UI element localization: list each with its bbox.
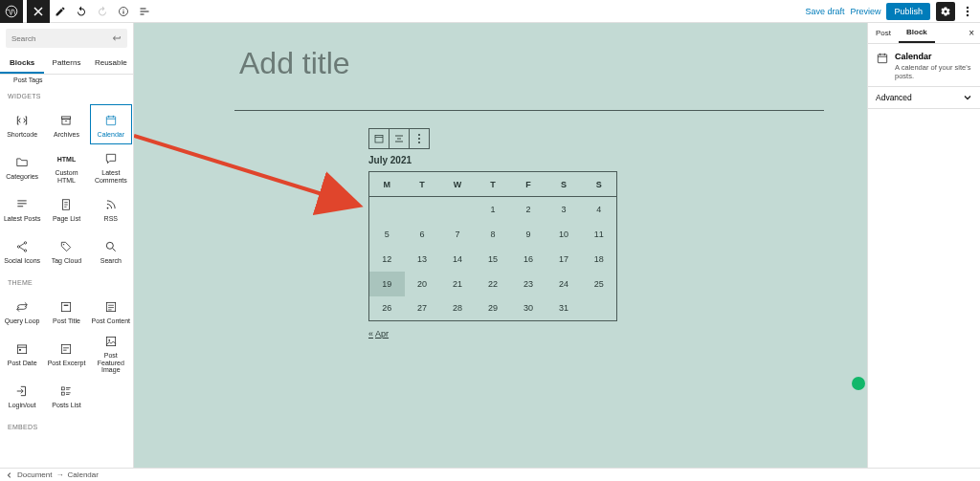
- post-title-placeholder[interactable]: Add title: [239, 46, 867, 81]
- block-toolbar: [368, 128, 430, 149]
- calendar-prev-link[interactable]: « Apr: [368, 329, 867, 339]
- redo-icon[interactable]: [92, 0, 113, 23]
- save-draft-link[interactable]: Save draft: [805, 7, 844, 16]
- category-theme-heading: THEME: [0, 272, 133, 290]
- calendar-day: 13: [405, 247, 440, 272]
- block-item-post-date[interactable]: Post Date: [0, 332, 44, 374]
- undo-icon[interactable]: [71, 0, 92, 23]
- calendar-day: 28: [440, 296, 476, 321]
- svg-rect-22: [106, 338, 115, 346]
- calendar-day: 31: [546, 296, 582, 321]
- svg-point-6: [967, 13, 969, 15]
- block-item-latest-comments[interactable]: Latest Comments: [89, 145, 133, 187]
- info-icon[interactable]: [113, 0, 134, 23]
- block-item-post-featured-image[interactable]: Post Featured Image: [89, 332, 133, 374]
- sidebar-tab-post[interactable]: Post: [868, 23, 899, 43]
- calendar-day: 16: [511, 247, 546, 272]
- settings-button[interactable]: [936, 2, 955, 21]
- featured-image-icon: [104, 334, 118, 350]
- svg-rect-25: [62, 392, 65, 395]
- query-loop-icon: [15, 298, 29, 316]
- calendar-day: 12: [369, 247, 405, 272]
- block-item-post-excerpt[interactable]: Post Excerpt: [44, 332, 88, 374]
- preview-link[interactable]: Preview: [850, 7, 880, 16]
- block-item-custom-html[interactable]: HTMLCustom HTML: [44, 145, 88, 187]
- calendar-dow: T: [476, 172, 511, 197]
- tab-blocks[interactable]: Blocks: [0, 54, 44, 74]
- category-widgets-heading: WIDGETS: [0, 85, 133, 103]
- svg-point-29: [418, 142, 420, 143]
- calendar-day: 21: [440, 272, 476, 296]
- search-enter-icon: [112, 33, 122, 43]
- svg-point-2: [123, 9, 124, 10]
- block-item-shortcode[interactable]: Shortcode: [0, 103, 44, 145]
- calendar-day: 30: [511, 296, 546, 321]
- html-icon: HTML: [57, 150, 76, 167]
- svg-point-5: [967, 10, 969, 11]
- calendar-day: 4: [582, 197, 617, 222]
- calendar-dow: F: [511, 172, 546, 197]
- block-item-calendar[interactable]: Calendar: [89, 103, 133, 145]
- edit-tool-icon[interactable]: [50, 0, 71, 23]
- svg-rect-17: [62, 302, 71, 311]
- svg-rect-24: [62, 387, 65, 390]
- calendar-day: 17: [546, 247, 582, 272]
- svg-point-27: [418, 134, 420, 136]
- calendar-day: 29: [476, 296, 511, 321]
- calendar-day: [369, 197, 405, 222]
- block-item-latest-posts[interactable]: Latest Posts: [0, 187, 44, 230]
- calendar-day: 19: [369, 272, 405, 296]
- block-item-page-list[interactable]: Page List: [44, 187, 88, 230]
- block-item-loginout[interactable]: Login/out: [0, 374, 44, 416]
- block-search-input[interactable]: Search: [6, 29, 127, 48]
- tab-patterns[interactable]: Patterns: [44, 54, 88, 74]
- shortcode-icon: [15, 112, 29, 129]
- calendar-dow: T: [405, 172, 440, 197]
- svg-rect-20: [19, 349, 21, 351]
- block-item-archives[interactable]: Archives: [44, 103, 88, 145]
- toolbar-calendar-icon[interactable]: [369, 129, 390, 148]
- toolbar-align-icon[interactable]: [390, 129, 410, 148]
- post-title-icon: [59, 298, 73, 316]
- calendar-day: 7: [440, 222, 476, 247]
- calendar-day: 14: [440, 247, 476, 272]
- publish-button[interactable]: Publish: [886, 3, 930, 20]
- tab-reusable[interactable]: Reusable: [89, 54, 133, 74]
- calendar-day: 15: [476, 247, 511, 272]
- calendar-day: 3: [546, 197, 582, 222]
- calendar-icon: [104, 112, 118, 129]
- breadcrumb[interactable]: Document → Calendar: [0, 468, 980, 481]
- share-icon: [15, 238, 29, 255]
- block-item-post-title[interactable]: Post Title: [44, 290, 88, 332]
- block-item-post-content[interactable]: Post Content: [89, 290, 133, 332]
- block-item-social-icons[interactable]: Social Icons: [0, 230, 44, 272]
- calendar-dow: W: [440, 172, 476, 197]
- svg-point-16: [106, 242, 113, 249]
- sidebar-advanced-panel[interactable]: Advanced: [868, 86, 980, 109]
- outline-icon[interactable]: [134, 0, 155, 23]
- calendar-day: [405, 197, 440, 222]
- block-item-categories[interactable]: Categories: [0, 145, 44, 187]
- block-item-tag-cloud[interactable]: Tag Cloud: [44, 230, 88, 272]
- svg-point-0: [6, 6, 17, 17]
- block-item-rss[interactable]: RSS: [89, 187, 133, 230]
- block-item-posts-list[interactable]: Posts List: [44, 374, 88, 416]
- toolbar-more-icon[interactable]: [410, 129, 429, 148]
- calendar-day: 18: [582, 247, 617, 272]
- more-menu-icon[interactable]: [961, 0, 974, 23]
- svg-point-14: [24, 250, 26, 251]
- rss-icon: [104, 196, 118, 213]
- sidebar-close-icon[interactable]: ×: [963, 28, 980, 38]
- block-item-search[interactable]: Search: [89, 230, 133, 272]
- search-icon: [104, 238, 118, 255]
- sidebar-tab-block[interactable]: Block: [899, 23, 935, 43]
- latest-posts-icon: [15, 196, 29, 213]
- wp-logo[interactable]: [0, 0, 23, 23]
- block-item-query-loop[interactable]: Query Loop: [0, 290, 44, 332]
- svg-rect-31: [878, 55, 886, 63]
- calendar-day: 23: [511, 272, 546, 296]
- block-item-post-tags[interactable]: Post Tags: [0, 75, 133, 85]
- close-inserter-button[interactable]: [27, 0, 50, 23]
- svg-point-13: [17, 246, 19, 248]
- grammarly-badge[interactable]: [852, 377, 865, 390]
